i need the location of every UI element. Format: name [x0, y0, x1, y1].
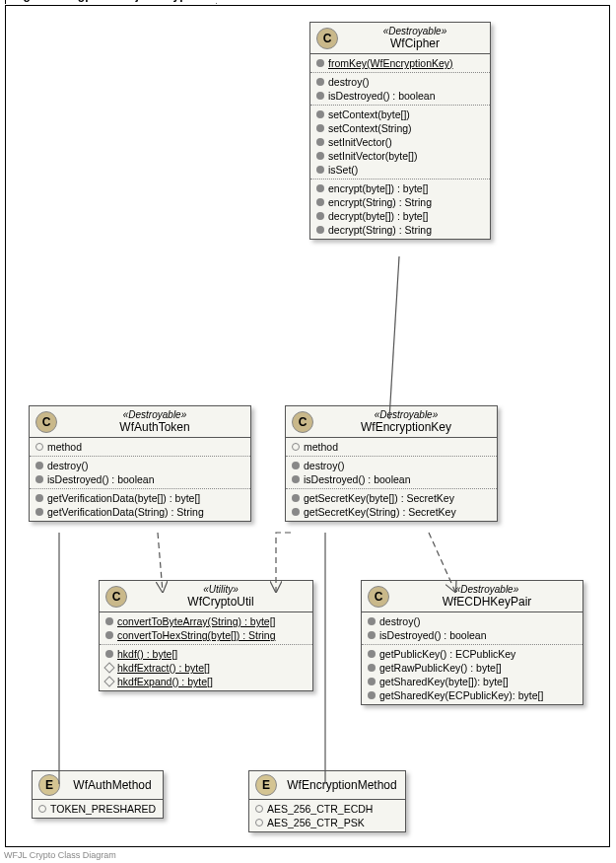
- class-name: WfAuthMethod: [68, 778, 157, 792]
- member: convertToHexString(byte[]) : String: [105, 628, 307, 642]
- member: setContext(String): [316, 121, 484, 135]
- stereotype: «Destroyable»: [321, 409, 491, 420]
- member-label: destroy(): [47, 460, 88, 471]
- class-wfcryptoutil: C «Utility» WfCryptoUtil convertToByteAr…: [99, 580, 313, 691]
- class-header: E WfAuthMethod: [33, 771, 163, 800]
- member-section: getPublicKey() : ECPublicKeygetRawPublic…: [362, 645, 582, 704]
- member: isDestroyed() : boolean: [35, 472, 244, 486]
- class-header: C «Destroyable» WfCipher: [310, 23, 490, 54]
- member: destroy(): [316, 75, 484, 89]
- visibility-icon: [316, 124, 324, 132]
- visibility-icon: [35, 508, 43, 516]
- visibility-icon: [292, 475, 300, 483]
- visibility-icon: [35, 475, 43, 483]
- visibility-icon: [316, 92, 324, 100]
- member-section: hkdf() : byte[]hkdfExtract() : byte[]hkd…: [100, 645, 312, 690]
- visibility-icon: [105, 617, 113, 625]
- visibility-icon: [316, 166, 324, 174]
- member-label: getSecretKey(byte[]) : SecretKey: [304, 492, 454, 504]
- member: decrypt(byte[]) : byte[]: [316, 209, 484, 223]
- member-label: hkdf() : byte[]: [117, 648, 177, 660]
- member: destroy(): [35, 459, 244, 472]
- enum-wfauthmethod: E WfAuthMethod TOKEN_PRESHARED: [32, 770, 164, 819]
- member-label: decrypt(byte[]) : byte[]: [328, 210, 429, 222]
- member-label: isDestroyed() : boolean: [304, 473, 411, 485]
- class-header: C «Destroyable» WfEncryptionKey: [286, 406, 497, 438]
- visibility-icon: [38, 805, 46, 813]
- stereotype: «Destroyable»: [346, 26, 484, 36]
- member: hkdf() : byte[]: [105, 647, 307, 661]
- member-label: getRawPublicKey() : byte[]: [379, 662, 502, 674]
- class-wfauthtoken: C «Destroyable» WfAuthToken methoddestro…: [29, 405, 251, 522]
- visibility-icon: [316, 152, 324, 160]
- member: method: [35, 440, 244, 454]
- visibility-icon: [35, 443, 43, 451]
- member: setInitVector(byte[]): [316, 149, 484, 163]
- enum-badge-icon: E: [38, 774, 60, 796]
- member-section: method: [286, 438, 497, 457]
- member: getVerificationData(byte[]) : byte[]: [35, 491, 244, 505]
- package-name: org.whiteflagprotocol.java.crypto: [5, 0, 217, 4]
- member: getPublicKey() : ECPublicKey: [368, 647, 577, 661]
- member-label: getSecretKey(String) : SecretKey: [304, 506, 456, 518]
- member: getSharedKey(byte[]): byte[]: [368, 675, 577, 688]
- visibility-icon: [35, 462, 43, 469]
- member-label: destroy(): [379, 615, 420, 627]
- visibility-icon: [292, 462, 300, 469]
- member-label: destroy(): [304, 460, 344, 471]
- member-section: encrypt(byte[]) : byte[]encrypt(String) …: [310, 180, 490, 239]
- member-label: decrypt(String) : String: [328, 224, 432, 236]
- visibility-icon: [316, 198, 324, 206]
- member: fromKey(WfEncryptionKey): [316, 56, 484, 70]
- member: setContext(byte[]): [316, 108, 484, 121]
- member: getVerificationData(String) : String: [35, 505, 244, 519]
- member: convertToByteArray(String) : byte[]: [105, 614, 307, 628]
- visibility-icon: [292, 443, 300, 451]
- member-label: AES_256_CTR_ECDH: [267, 803, 373, 815]
- visibility-icon: [316, 212, 324, 220]
- member-label: method: [47, 441, 82, 453]
- member-section: convertToByteArray(String) : byte[]conve…: [100, 612, 312, 645]
- member-label: isDestroyed() : boolean: [47, 473, 155, 485]
- visibility-icon: [316, 138, 324, 146]
- member: method: [292, 440, 491, 454]
- visibility-icon: [105, 650, 113, 658]
- class-name: WfEncryptionMethod: [285, 778, 399, 792]
- stereotype: «Destroyable»: [65, 409, 244, 420]
- member-section: getVerificationData(byte[]) : byte[]getV…: [30, 489, 250, 521]
- member-section: method: [30, 438, 250, 457]
- member-label: fromKey(WfEncryptionKey): [328, 57, 453, 69]
- member: isSet(): [316, 163, 484, 177]
- visibility-icon: [103, 676, 114, 686]
- visibility-icon: [368, 617, 376, 625]
- member: TOKEN_PRESHARED: [38, 802, 157, 816]
- class-name: WfAuthToken: [65, 420, 244, 434]
- member: isDestroyed() : boolean: [368, 628, 577, 642]
- class-badge-icon: C: [105, 586, 127, 608]
- visibility-icon: [368, 691, 376, 699]
- class-name: WfCryptoUtil: [135, 595, 307, 609]
- member-label: encrypt(byte[]) : byte[]: [328, 182, 429, 194]
- class-badge-icon: C: [35, 411, 57, 433]
- member-label: isDestroyed() : boolean: [379, 629, 487, 641]
- member-section: setContext(byte[])setContext(String)setI…: [310, 106, 490, 180]
- class-wfencryptionkey: C «Destroyable» WfEncryptionKey methodde…: [285, 405, 498, 522]
- member-section: destroy()isDestroyed() : boolean: [286, 457, 497, 489]
- member-label: getVerificationData(byte[]) : byte[]: [47, 492, 200, 504]
- member: encrypt(byte[]) : byte[]: [316, 181, 484, 195]
- member-label: setContext(String): [328, 122, 412, 134]
- member-label: getVerificationData(String) : String: [47, 506, 204, 518]
- member: hkdfExtract() : byte[]: [105, 661, 307, 675]
- enum-badge-icon: E: [255, 774, 277, 796]
- visibility-icon: [292, 494, 300, 502]
- member-label: isDestroyed() : boolean: [328, 90, 436, 102]
- class-wfcipher: C «Destroyable» WfCipher fromKey(WfEncry…: [309, 22, 491, 240]
- class-header: E WfEncryptionMethod: [249, 771, 405, 800]
- member: destroy(): [292, 459, 491, 472]
- class-wfecdhkeypair: C «Destroyable» WfECDHKeyPair destroy()i…: [361, 580, 583, 705]
- package-frame: org.whiteflagprotocol.java.crypto C «Des…: [5, 5, 610, 847]
- member-section: destroy()isDestroyed() : boolean: [310, 73, 490, 106]
- member: hkdfExpand() : byte[]: [105, 675, 307, 688]
- member-label: encrypt(String) : String: [328, 196, 432, 208]
- member-section: destroy()isDestroyed() : boolean: [30, 457, 250, 489]
